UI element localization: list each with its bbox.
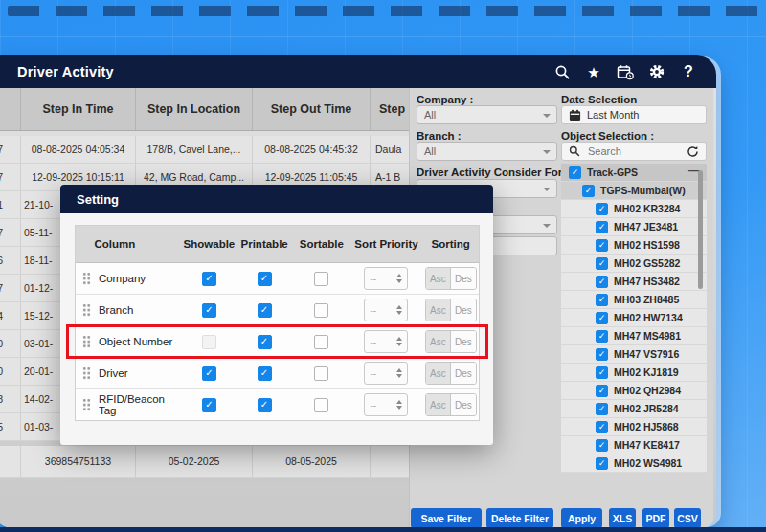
object-item[interactable]: MH02 GS5282 <box>561 255 707 273</box>
calendar-schedule-icon[interactable] <box>617 63 634 80</box>
des-button[interactable]: Des <box>451 331 476 352</box>
date-range-picker[interactable]: Last Month <box>561 105 707 124</box>
column-header-step-out-time[interactable]: Step Out Time <box>253 88 371 130</box>
asc-button[interactable]: Asc <box>426 268 452 289</box>
checkbox[interactable] <box>596 257 608 270</box>
object-item[interactable]: MH02 KJ1819 <box>561 364 707 382</box>
sort-priority-select[interactable]: -- <box>364 267 408 290</box>
printable-checkbox[interactable] <box>258 303 272 318</box>
showable-checkbox[interactable] <box>202 335 216 349</box>
object-item[interactable]: MH47 VS7916 <box>561 345 707 364</box>
object-item[interactable]: MH03 ZH8485 <box>561 291 707 309</box>
refresh-icon[interactable] <box>687 145 699 158</box>
checkbox[interactable] <box>569 166 581 179</box>
object-item[interactable]: MH47 JE3481 <box>561 218 707 236</box>
sortable-checkbox[interactable] <box>314 366 328 381</box>
object-item[interactable]: MH02 JR5284 <box>561 400 707 418</box>
object-item[interactable]: MH47 KE8417 <box>561 436 707 454</box>
object-item[interactable]: MH02 HJ5868 <box>561 418 707 436</box>
asc-button[interactable]: Asc <box>426 394 452 415</box>
sort-priority-select[interactable]: -- <box>364 393 408 416</box>
object-item[interactable]: MH02 HW7134 <box>561 309 707 327</box>
tree-node-group[interactable]: TGPS-Mumbai(W) <box>561 182 707 200</box>
object-item[interactable]: MH02 KR3284 <box>561 200 707 218</box>
object-item[interactable]: MH47 HS3482 <box>561 273 707 291</box>
object-search-input[interactable] <box>586 144 681 158</box>
priority-value: -- <box>370 337 376 347</box>
des-button[interactable]: Des <box>451 299 476 321</box>
search-icon[interactable] <box>553 63 571 80</box>
drag-handle-icon[interactable] <box>82 335 91 348</box>
checkbox[interactable] <box>596 403 608 415</box>
sort-priority-select[interactable]: -- <box>364 362 408 385</box>
checkbox[interactable] <box>596 421 608 433</box>
checkbox[interactable] <box>596 312 608 324</box>
printable-checkbox[interactable] <box>258 335 272 349</box>
help-icon[interactable]: ? <box>680 63 697 80</box>
checkbox[interactable] <box>596 366 608 379</box>
printable-checkbox[interactable] <box>258 366 272 381</box>
checkbox[interactable] <box>596 239 608 252</box>
sort-priority-select[interactable]: -- <box>364 299 408 321</box>
asc-button[interactable]: Asc <box>426 331 452 352</box>
checkbox[interactable] <box>596 203 608 215</box>
showable-checkbox[interactable] <box>202 398 216 412</box>
column-header-step-out-location[interactable]: Step <box>371 88 409 130</box>
spinner-arrows-icon <box>396 368 402 378</box>
printable-checkbox[interactable] <box>258 272 272 286</box>
tree-node-root[interactable]: Track-GPS — <box>561 164 707 182</box>
object-search-box[interactable] <box>561 142 707 161</box>
object-item[interactable]: MH02 WS4981 <box>561 454 707 473</box>
checkbox[interactable] <box>596 221 608 233</box>
pdf-export-button[interactable]: PDF <box>642 508 669 528</box>
printable-checkbox[interactable] <box>258 398 272 412</box>
object-item[interactable]: MH02 QH2984 <box>561 382 707 400</box>
object-item[interactable]: MH47 MS4981 <box>561 327 707 345</box>
drag-handle-icon[interactable] <box>82 303 91 317</box>
showable-checkbox[interactable] <box>202 272 216 286</box>
table-row[interactable]: 7 08-08-2025 04:05:34 178/B, Cavel Lane,… <box>0 136 409 164</box>
des-button[interactable]: Des <box>451 363 476 384</box>
checkbox[interactable] <box>582 185 595 197</box>
showable-checkbox[interactable] <box>202 303 216 318</box>
checkbox[interactable] <box>596 276 608 288</box>
delete-filter-button[interactable]: Delete Filter <box>486 508 553 528</box>
header-showable: Showable <box>183 238 237 250</box>
save-filter-button[interactable]: Save Filter <box>411 508 482 528</box>
sortable-checkbox[interactable] <box>314 303 328 318</box>
table-row[interactable]: 369854751133 05-02-2025 08-05-2025 <box>0 446 409 478</box>
drag-handle-icon[interactable] <box>82 272 91 285</box>
apply-button[interactable]: Apply <box>561 508 602 528</box>
checkbox[interactable] <box>596 294 608 306</box>
company-select[interactable]: All <box>417 105 557 124</box>
des-button[interactable]: Des <box>451 268 476 289</box>
scrollbar-thumb[interactable] <box>698 170 703 289</box>
branch-select[interactable]: All <box>417 142 557 161</box>
checkbox[interactable] <box>596 439 608 452</box>
favorite-star-icon[interactable]: ★ <box>585 63 602 80</box>
gear-icon[interactable] <box>648 63 665 80</box>
checkbox[interactable] <box>596 348 608 361</box>
object-item[interactable]: MH02 HS1598 <box>561 236 707 255</box>
des-button[interactable]: Des <box>451 394 476 415</box>
row-label: Object Number <box>99 336 183 347</box>
sortable-checkbox[interactable] <box>314 335 328 349</box>
object-item-label: MH02 HS1598 <box>614 239 680 251</box>
column-header-step-in-time[interactable]: Step In Time <box>21 88 136 130</box>
sort-priority-select[interactable]: -- <box>364 330 408 353</box>
checkbox[interactable] <box>596 385 608 397</box>
drag-handle-icon[interactable] <box>82 366 91 380</box>
object-item-label: MH47 HS3482 <box>614 276 680 287</box>
asc-button[interactable]: Asc <box>426 363 452 384</box>
column-header-step-in-location[interactable]: Step In Location <box>136 88 253 130</box>
drag-handle-icon[interactable] <box>82 398 91 411</box>
checkbox[interactable] <box>596 330 608 343</box>
sortable-checkbox[interactable] <box>314 398 328 412</box>
xls-export-button[interactable]: XLS <box>609 508 636 528</box>
cell-edge: 7 <box>0 219 21 247</box>
checkbox[interactable] <box>596 457 608 470</box>
csv-export-button[interactable]: CSV <box>674 508 701 528</box>
sortable-checkbox[interactable] <box>314 272 328 286</box>
showable-checkbox[interactable] <box>202 366 216 381</box>
asc-button[interactable]: Asc <box>426 299 452 321</box>
